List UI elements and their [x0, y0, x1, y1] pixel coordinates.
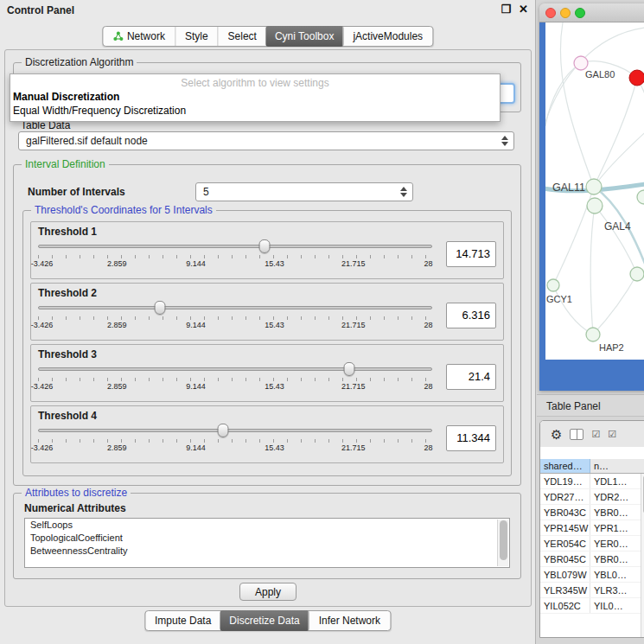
slider-thumb[interactable] [218, 424, 229, 437]
threshold-3-box: Threshold 3 -3.4262.8599.14415.4321.7152… [30, 344, 504, 402]
scrollbar-thumb[interactable] [500, 520, 507, 560]
list-item-betweennesscentrality[interactable]: BetweennessCentrality [25, 545, 509, 558]
control-panel-titlebar[interactable]: Control Panel ❒ ✕ [0, 0, 535, 21]
close-window-icon[interactable]: ✕ [519, 3, 528, 16]
tab-jactivemodules[interactable]: jActiveModules [342, 27, 432, 46]
number-of-intervals-value: 5 [203, 186, 209, 198]
network-node-gal11[interactable] [586, 179, 602, 194]
node-label-gal11: GAL11 [552, 182, 585, 194]
number-of-intervals-label: Number of Intervals [28, 186, 125, 198]
slider-tick-labels: -3.4262.8599.14415.4321.71528 [38, 321, 432, 330]
tab-label: Impute Data [155, 615, 211, 627]
threshold-3-slider[interactable]: -3.4262.8599.14415.4321.71528 [38, 361, 437, 392]
tab-label: Style [185, 30, 208, 42]
network-node-gal4[interactable] [587, 198, 603, 214]
table-data-value: galFiltered.sif default node [26, 135, 148, 147]
slider-track[interactable] [38, 429, 432, 432]
apply-button[interactable]: Apply [239, 583, 296, 601]
threshold-2-label: Threshold 2 [38, 287, 496, 299]
checkbox-icon-1[interactable]: ☑ [591, 430, 600, 439]
threshold-4-slider[interactable]: -3.4262.8599.14415.4321.71528 [38, 423, 437, 453]
table-row[interactable]: YBL079WYBL0… [540, 567, 644, 583]
tab-label: Cyni Toolbox [275, 30, 334, 42]
interval-definition-legend: Interval Definition [22, 158, 109, 170]
slider-ticks [38, 255, 432, 258]
tab-network[interactable]: Network [103, 27, 175, 46]
tab-label: jActiveModules [353, 30, 423, 42]
threshold-4-label: Threshold 4 [38, 410, 496, 422]
table-data-combobox[interactable]: galFiltered.sif default node [18, 131, 514, 150]
table-panel-strip: Table Panel [537, 394, 644, 417]
slider-thumb[interactable] [155, 301, 166, 315]
table-row[interactable]: YER054CYER0… [540, 536, 644, 552]
node-table: shared… n… YDL19…YDL1… YDR27…YDR2… YBR04… [540, 447, 644, 638]
table-toolbar: ⚙ ☑ ☑ [540, 421, 644, 447]
table-row[interactable]: YLR345WYLR3… [540, 583, 644, 598]
threshold-1-box: Threshold 1 -3.4262.8599.14415.4321.7152… [30, 221, 504, 279]
columns-icon[interactable] [570, 429, 583, 440]
network-node-gcy1[interactable] [547, 279, 559, 291]
tab-infer-network[interactable]: Infer Network [309, 611, 390, 630]
close-traffic-light[interactable] [545, 8, 556, 18]
column-header-name[interactable]: n… [590, 459, 644, 473]
number-of-intervals-combobox[interactable]: 5 [195, 182, 413, 201]
algorithm-dropdown-menu: Select algorithm to view settings Manual… [10, 73, 501, 122]
menu-item-equal-width-frequency[interactable]: Equal Width/Frequency Discretization [10, 104, 500, 118]
float-window-icon[interactable]: ❒ [501, 3, 511, 16]
table-row[interactable]: YBR043CYBR0… [540, 505, 644, 520]
table-scrollbar[interactable] [641, 474, 644, 638]
threshold-2-box: Threshold 2 -3.4262.8599.14415.4321.7152… [30, 283, 504, 341]
network-window-titlebar[interactable] [539, 3, 644, 22]
network-node-gal80[interactable] [574, 56, 588, 70]
table-row[interactable]: YIL052CYIL0… [540, 598, 644, 614]
numerical-attributes-list[interactable]: SelfLoops TopologicalCoefficient Between… [24, 518, 510, 568]
threshold-4-value-field[interactable] [446, 425, 496, 451]
table-row[interactable]: YBR045CYBR0… [540, 552, 644, 567]
gear-icon[interactable]: ⚙ [551, 428, 562, 441]
node-label-gcy1: GCY1 [546, 294, 572, 304]
minimize-traffic-light[interactable] [560, 8, 571, 18]
table-row[interactable]: YDL19…YDL1… [540, 474, 644, 489]
network-node-right-2[interactable] [630, 267, 644, 281]
slider-track[interactable] [38, 245, 432, 248]
network-view-window[interactable]: GAL80 GAL11 GAL4 GCY1 HAP2 [539, 3, 644, 391]
tab-label: Network [127, 30, 165, 42]
network-node-right-1[interactable] [637, 190, 644, 204]
network-node-hap2[interactable] [586, 328, 600, 341]
threshold-3-value-field[interactable] [446, 364, 496, 390]
slider-track[interactable] [38, 306, 432, 309]
slider-thumb[interactable] [259, 239, 271, 253]
tab-style[interactable]: Style [175, 27, 218, 46]
threshold-3-label: Threshold 3 [38, 348, 496, 360]
list-item-topologicalcoefficient[interactable]: TopologicalCoefficient [25, 532, 509, 545]
node-label-gal4: GAL4 [604, 220, 631, 233]
attributes-legend: Attributes to discretize [22, 487, 131, 499]
list-item-selfloops[interactable]: SelfLoops [25, 519, 509, 532]
network-node-selected-red[interactable] [629, 70, 644, 86]
tab-select[interactable]: Select [218, 27, 266, 46]
table-row[interactable]: YDR27…YDR2… [540, 489, 644, 505]
tab-cyni-toolbox[interactable]: Cyni Toolbox [265, 26, 343, 47]
combo-stepper-icon [500, 132, 510, 150]
threshold-1-value-field[interactable] [446, 241, 496, 267]
slider-track[interactable] [38, 367, 432, 371]
slider-tick-labels: -3.4262.8599.14415.4321.71528 [38, 382, 432, 392]
threshold-2-slider[interactable]: -3.4262.8599.14415.4321.71528 [38, 300, 437, 330]
network-canvas[interactable]: GAL80 GAL11 GAL4 GCY1 HAP2 [545, 22, 644, 360]
tab-impute-data[interactable]: Impute Data [145, 611, 220, 630]
threshold-1-slider[interactable]: -3.4262.8599.14415.4321.71528 [38, 239, 437, 269]
tab-discretize-data[interactable]: Discretize Data [220, 610, 309, 631]
table-row[interactable]: YPR145WYPR1… [540, 520, 644, 536]
zoom-traffic-light[interactable] [575, 8, 585, 18]
interval-definition-group: Interval Definition Number of Intervals … [13, 164, 521, 486]
attributes-list-scrollbar[interactable] [497, 520, 508, 566]
slider-thumb[interactable] [344, 362, 355, 376]
menu-item-manual-discretization[interactable]: Manual Discretization [10, 90, 500, 104]
bottom-tab-bar: Impute Data Discretize Data Infer Networ… [144, 610, 391, 631]
checkbox-icon-2[interactable]: ☑ [608, 430, 616, 439]
threshold-2-value-field[interactable] [446, 303, 496, 328]
thresholds-group: Threshold's Coordinates for 5 Intervals … [22, 210, 512, 476]
tab-label: Select [228, 30, 257, 42]
top-tab-bar: Network Style Select Cyni Toolbox jActiv… [102, 26, 433, 47]
column-header-shared-name[interactable]: shared… [540, 459, 590, 473]
